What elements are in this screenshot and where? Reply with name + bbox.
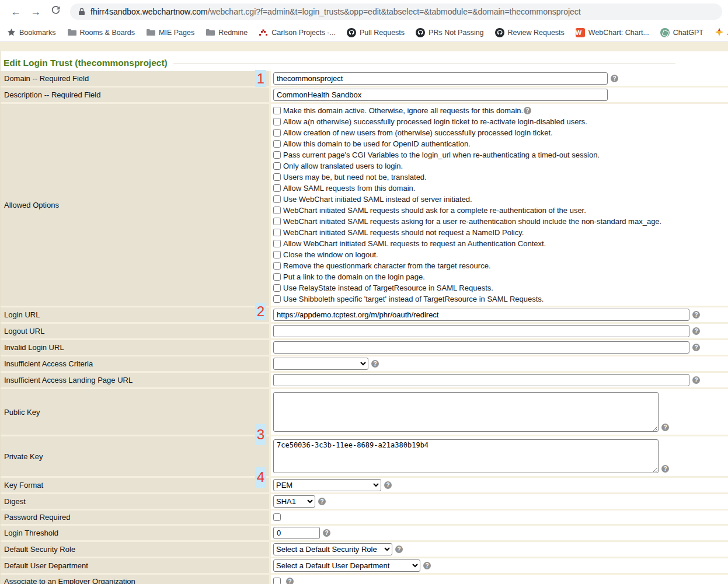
option-label: Allow SAML requests from this domain. bbox=[283, 184, 415, 193]
help-icon[interactable] bbox=[692, 344, 700, 351]
bookmark-review-requests[interactable]: Review Requests bbox=[495, 28, 565, 37]
insufficient-access-landing-input[interactable] bbox=[273, 374, 689, 386]
row-public-key: Public Key bbox=[1, 389, 728, 435]
option-label: Allow creation of new users from (otherw… bbox=[283, 128, 553, 137]
option-remove-questionmark-checkbox[interactable] bbox=[273, 262, 281, 270]
option-auth-context-checkbox[interactable] bbox=[273, 240, 281, 247]
default-user-department-label: Default User Department bbox=[1, 558, 269, 573]
help-icon[interactable] bbox=[384, 481, 392, 489]
bookmark-label: PRs Not Passing bbox=[429, 29, 483, 37]
chatgpt-icon bbox=[660, 28, 670, 37]
page-title: Edit Login Trust (thecommonsproject) bbox=[4, 58, 168, 68]
option-cgi-vars-checkbox[interactable] bbox=[273, 151, 281, 159]
description-input[interactable] bbox=[273, 89, 608, 101]
default-security-role-select[interactable]: Select a Default Security Role bbox=[273, 543, 392, 555]
row-invalid-login-url: Invalid Login URL bbox=[1, 340, 728, 355]
help-icon[interactable] bbox=[692, 376, 700, 384]
help-icon[interactable] bbox=[611, 75, 618, 82]
help-icon[interactable] bbox=[423, 562, 431, 569]
option-close-window-checkbox[interactable] bbox=[273, 251, 281, 258]
default-user-department-select[interactable]: Select a Default User Department bbox=[273, 559, 420, 572]
option-login-page-link-checkbox[interactable] bbox=[273, 273, 281, 281]
folder-icon bbox=[146, 29, 155, 36]
option-label: Allow this domain to be used for OpenID … bbox=[283, 139, 471, 148]
option-label: Use RelayState instead of TargetResource… bbox=[283, 284, 493, 292]
reload-icon[interactable] bbox=[48, 5, 62, 18]
option-openid-checkbox[interactable] bbox=[273, 140, 281, 148]
invalid-login-url-label: Invalid Login URL bbox=[1, 340, 269, 355]
help-icon[interactable] bbox=[318, 498, 326, 505]
bookmark-chatgpt[interactable]: ChatGPT bbox=[660, 28, 703, 37]
help-icon[interactable] bbox=[692, 311, 700, 319]
option-label: Users may be, but need not be, translate… bbox=[283, 173, 427, 181]
row-insufficient-access-landing: Insufficient Access Landing Page URL bbox=[1, 373, 728, 387]
bookmark-label: Bookmarks bbox=[19, 29, 56, 37]
bookmark-carlson-projects[interactable]: Carlson Projects -... bbox=[259, 29, 336, 37]
annotation-1: 1 bbox=[255, 70, 266, 87]
folder-icon bbox=[67, 29, 76, 36]
row-private-key: Private Key 7ce50036-3c3b-11ee-8689-a21a… bbox=[1, 436, 728, 476]
option-create-users-checkbox[interactable] bbox=[273, 129, 281, 137]
domain-label: Domain -- Required Field bbox=[1, 71, 269, 86]
help-icon[interactable] bbox=[286, 578, 294, 584]
help-icon[interactable] bbox=[395, 545, 403, 553]
associate-employer-label: Associate to an Employer Organization bbox=[1, 575, 269, 584]
help-icon[interactable] bbox=[661, 424, 669, 431]
bookmark-label: Rooms & Boards bbox=[80, 29, 135, 37]
option-label: Use Shibboleth specific 'target' instead… bbox=[283, 295, 544, 303]
url-path: /webchart.cgi?f=admin&t=login_trusts&opp… bbox=[208, 7, 581, 16]
bookmark-bookmarks[interactable]: Bookmarks bbox=[7, 28, 56, 37]
option-complete-reauth-checkbox[interactable] bbox=[273, 207, 281, 214]
bookmark-pull-requests[interactable]: Pull Requests bbox=[347, 28, 405, 37]
bookmark-label: WebChart: Chart... bbox=[588, 29, 649, 37]
option-translated-only-checkbox[interactable] bbox=[273, 162, 281, 170]
option-label: WebChart initiated SAML requests should … bbox=[283, 228, 524, 237]
bookmark-redmine[interactable]: Redmine bbox=[205, 29, 248, 37]
github-icon bbox=[347, 28, 356, 37]
logout-url-input[interactable] bbox=[273, 325, 689, 337]
invalid-login-url-input[interactable] bbox=[273, 341, 689, 354]
digest-select[interactable]: SHA1 bbox=[273, 495, 315, 508]
help-icon[interactable] bbox=[661, 465, 669, 473]
bookmark-label: Carlson Projects -... bbox=[271, 29, 336, 37]
public-key-textarea[interactable] bbox=[273, 392, 659, 432]
default-security-role-label: Default Security Role bbox=[1, 542, 269, 557]
insufficient-access-criteria-select[interactable] bbox=[273, 358, 368, 370]
key-format-select[interactable]: PEM bbox=[273, 479, 381, 491]
bookmark-rooms-boards[interactable]: Rooms & Boards bbox=[67, 29, 135, 37]
option-label: Allow WebChart initiated SAML requests t… bbox=[283, 239, 546, 248]
login-url-input[interactable] bbox=[273, 309, 689, 321]
option-relaystate-checkbox[interactable] bbox=[273, 284, 281, 292]
option-no-nameid-checkbox[interactable] bbox=[273, 229, 281, 236]
row-login-threshold: Login Threshold bbox=[1, 526, 728, 540]
bookmark-acc[interactable]: Acc bbox=[715, 28, 728, 37]
url-domain: fhirr4sandbox.webchartnow.com bbox=[90, 7, 208, 16]
domain-input[interactable] bbox=[273, 72, 608, 85]
option-shibboleth-target-checkbox[interactable] bbox=[273, 295, 281, 303]
option-domain-active-checkbox[interactable] bbox=[273, 107, 281, 114]
option-wc-initiated-saml-checkbox[interactable] bbox=[273, 195, 281, 203]
option-max-age-checkbox[interactable] bbox=[273, 218, 281, 225]
help-icon[interactable] bbox=[323, 529, 330, 537]
option-allow-saml-checkbox[interactable] bbox=[273, 184, 281, 192]
forward-icon[interactable]: → bbox=[29, 6, 43, 18]
option-reactivate-users-checkbox[interactable] bbox=[273, 118, 281, 125]
row-insufficient-access-criteria: Insufficient Access Criteria bbox=[1, 356, 728, 371]
bookmark-mie-pages[interactable]: MIE Pages bbox=[146, 29, 194, 37]
github-icon bbox=[495, 28, 504, 37]
address-bar[interactable]: fhirr4sandbox.webchartnow.com/webchart.c… bbox=[70, 4, 722, 20]
help-icon[interactable] bbox=[371, 360, 379, 368]
login-threshold-input[interactable] bbox=[273, 527, 320, 539]
row-associate-employer: Associate to an Employer Organization bbox=[1, 575, 728, 584]
bookmark-prs-not-passing[interactable]: PRs Not Passing bbox=[416, 28, 483, 37]
help-icon[interactable] bbox=[692, 327, 700, 335]
associate-employer-checkbox[interactable] bbox=[273, 578, 281, 584]
private-key-textarea[interactable]: 7ce50036-3c3b-11ee-8689-a21a380b19b4 bbox=[273, 439, 659, 473]
option-maybe-translated-checkbox[interactable] bbox=[273, 173, 281, 181]
row-logout-url: Logout URL bbox=[1, 324, 728, 338]
option-label: Close the window on logout. bbox=[283, 250, 378, 259]
bookmark-webchart[interactable]: W WebChart: Chart... bbox=[576, 28, 649, 37]
back-icon[interactable]: ← bbox=[9, 6, 23, 18]
password-required-checkbox[interactable] bbox=[273, 513, 281, 521]
help-icon[interactable] bbox=[524, 107, 531, 114]
